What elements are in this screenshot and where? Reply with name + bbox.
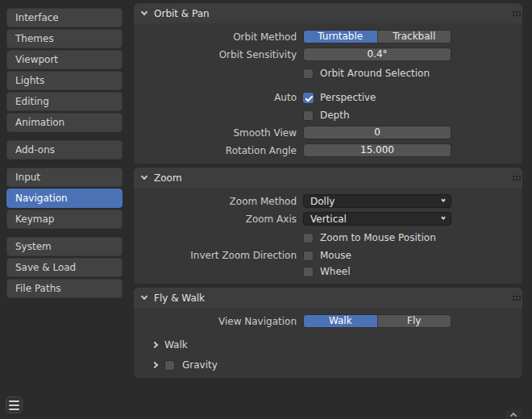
- rotation-angle-row: Rotation Angle 15.000: [134, 143, 522, 157]
- zoom-method-value: Dolly: [310, 196, 335, 207]
- orbit-method-trackball-button[interactable]: Trackball: [377, 31, 451, 43]
- drag-handle-icon[interactable]: [513, 11, 514, 13]
- orbit-around-selection-label: Orbit Around Selection: [320, 68, 430, 79]
- orbit-around-selection-checkbox[interactable]: [303, 68, 314, 79]
- nav-group-system: System Save & Load File Paths: [6, 237, 123, 298]
- auto-perspective-row: Auto Perspective: [134, 92, 522, 103]
- sidebar-item-animation[interactable]: Animation: [6, 113, 123, 132]
- chevron-down-icon: [441, 197, 446, 202]
- view-navigation-fly-button[interactable]: Fly: [377, 315, 451, 327]
- panel-header-zoom[interactable]: Zoom: [134, 168, 522, 188]
- zoom-to-mouse-checkbox[interactable]: [303, 233, 314, 243]
- chevron-up-icon: [510, 413, 517, 419]
- panel-header-orbit-pan[interactable]: Orbit & Pan: [134, 3, 522, 23]
- orbit-sensitivity-row: Orbit Sensitivity 0.4°: [134, 48, 522, 61]
- hamburger-menu-button[interactable]: [6, 396, 23, 413]
- chevron-down-icon: [141, 9, 148, 15]
- subpanel-gravity-header[interactable]: Gravity: [134, 359, 522, 371]
- sidebar-item-lights[interactable]: Lights: [6, 71, 123, 90]
- nav-group-input: Input Navigation Keymap: [6, 168, 123, 229]
- invert-zoom-wheel-checkbox[interactable]: [303, 267, 314, 277]
- panel-zoom: Zoom Zoom Method Dolly Zoom Axis Vertica…: [134, 168, 522, 284]
- zoom-axis-label: Zoom Axis: [134, 214, 303, 225]
- sidebar-item-interface[interactable]: Interface: [6, 8, 123, 27]
- smooth-view-label: Smooth View: [134, 127, 303, 139]
- orbit-method-turntable-button[interactable]: Turntable: [304, 31, 377, 43]
- chevron-right-icon: [152, 342, 158, 348]
- zoom-method-label: Zoom Method: [134, 196, 303, 207]
- view-navigation-segmented: Walk Fly: [303, 314, 451, 328]
- sidebar-item-input[interactable]: Input: [6, 168, 123, 187]
- sidebar-item-viewport[interactable]: Viewport: [6, 50, 123, 69]
- panel-fly-walk: Fly & Walk View Navigation Walk Fly Walk…: [134, 288, 522, 378]
- sidebar-item-system[interactable]: System: [6, 237, 123, 256]
- orbit-method-segmented: Turntable Trackball: [303, 30, 451, 44]
- view-navigation-walk-button[interactable]: Walk: [304, 315, 377, 327]
- sidebar-item-themes[interactable]: Themes: [6, 29, 123, 48]
- preferences-main-region: Orbit & Pan Orbit Method Turntable Track…: [134, 3, 522, 382]
- panel-header-fly-walk[interactable]: Fly & Walk: [134, 288, 522, 308]
- rotation-angle-field[interactable]: 15.000: [303, 143, 451, 157]
- view-navigation-row: View Navigation Walk Fly: [134, 314, 522, 328]
- chevron-right-icon: [152, 362, 158, 368]
- nav-group-display: Interface Themes Viewport Lights Editing…: [6, 8, 123, 132]
- zoom-method-dropdown[interactable]: Dolly: [303, 194, 451, 208]
- invert-zoom-wheel-row: Wheel: [134, 266, 522, 277]
- zoom-to-mouse-row: Zoom to Mouse Position: [134, 232, 522, 243]
- auto-perspective-label: Perspective: [320, 92, 376, 103]
- smooth-view-field[interactable]: 0: [303, 126, 451, 139]
- chevron-down-icon: [441, 215, 446, 220]
- auto-depth-checkbox[interactable]: [303, 110, 314, 121]
- view-navigation-label: View Navigation: [134, 316, 303, 327]
- subpanel-gravity-title: Gravity: [182, 359, 218, 371]
- auto-label: Auto: [134, 92, 303, 103]
- zoom-axis-row: Zoom Axis Vertical: [134, 212, 522, 226]
- panel-orbit-pan: Orbit & Pan Orbit Method Turntable Track…: [134, 3, 522, 164]
- scroll-up-indicator[interactable]: [505, 409, 522, 419]
- sidebar-item-file-paths[interactable]: File Paths: [6, 279, 123, 298]
- panel-title-orbit-pan: Orbit & Pan: [154, 8, 210, 19]
- orbit-sensitivity-label: Orbit Sensitivity: [134, 49, 303, 60]
- hamburger-menu-icon: [9, 400, 19, 402]
- auto-depth-row: Depth: [134, 110, 522, 121]
- sidebar-item-addons[interactable]: Add-ons: [6, 140, 123, 160]
- auto-perspective-checkbox[interactable]: [303, 93, 314, 103]
- panel-body-orbit-pan: Orbit Method Turntable Trackball Orbit S…: [134, 23, 522, 164]
- nav-group-addons: Add-ons: [6, 140, 123, 160]
- invert-zoom-mouse-checkbox[interactable]: [303, 251, 314, 261]
- panel-title-zoom: Zoom: [154, 172, 182, 184]
- orbit-sensitivity-field[interactable]: 0.4°: [303, 48, 451, 61]
- orbit-method-label: Orbit Method: [134, 31, 303, 43]
- chevron-down-icon: [141, 173, 148, 180]
- panel-body-zoom: Zoom Method Dolly Zoom Axis Vertical Zoo…: [134, 188, 522, 284]
- invert-zoom-direction-label: Invert Zoom Direction: [134, 250, 303, 261]
- orbit-around-selection-row: Orbit Around Selection: [134, 68, 522, 79]
- sidebar-item-navigation[interactable]: Navigation: [6, 189, 123, 208]
- invert-zoom-wheel-label: Wheel: [320, 266, 351, 277]
- zoom-to-mouse-label: Zoom to Mouse Position: [320, 232, 436, 243]
- panel-body-fly-walk: View Navigation Walk Fly Walk Gravity: [134, 308, 522, 378]
- zoom-axis-dropdown[interactable]: Vertical: [303, 212, 451, 226]
- zoom-method-row: Zoom Method Dolly: [134, 194, 522, 208]
- sidebar-item-editing[interactable]: Editing: [6, 92, 123, 111]
- orbit-method-row: Orbit Method Turntable Trackball: [134, 30, 522, 44]
- subpanel-walk-header[interactable]: Walk: [134, 338, 522, 351]
- sidebar-item-keymap[interactable]: Keymap: [6, 210, 123, 229]
- auto-depth-label: Depth: [320, 110, 350, 121]
- rotation-angle-label: Rotation Angle: [134, 145, 303, 156]
- preferences-nav-sidebar: Interface Themes Viewport Lights Editing…: [6, 8, 123, 306]
- drag-handle-icon[interactable]: [513, 176, 514, 177]
- invert-zoom-mouse-label: Mouse: [320, 250, 351, 261]
- chevron-down-icon: [141, 293, 148, 300]
- panel-title-fly-walk: Fly & Walk: [154, 292, 205, 304]
- smooth-view-row: Smooth View 0: [134, 126, 522, 139]
- gravity-checkbox[interactable]: [164, 360, 175, 371]
- invert-zoom-mouse-row: Invert Zoom Direction Mouse: [134, 250, 522, 261]
- subpanel-walk-title: Walk: [164, 339, 188, 351]
- zoom-axis-value: Vertical: [310, 214, 347, 225]
- drag-handle-icon[interactable]: [513, 296, 514, 297]
- sidebar-item-save-load[interactable]: Save & Load: [6, 258, 123, 277]
